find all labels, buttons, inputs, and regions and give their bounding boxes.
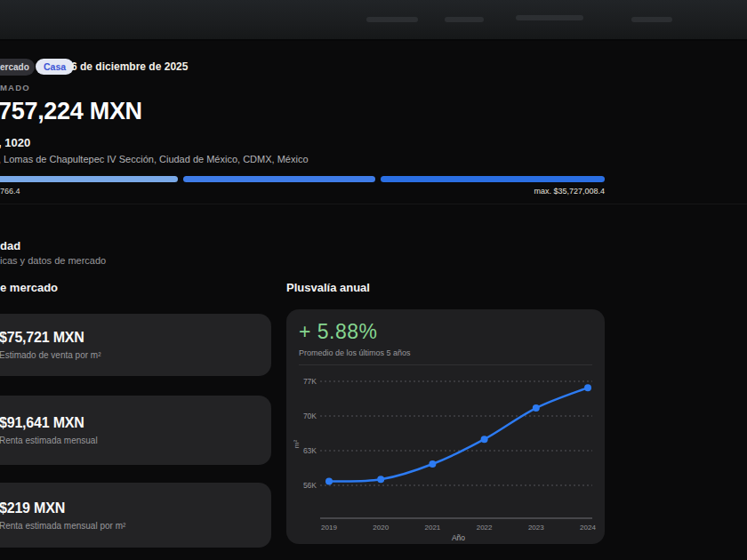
plusvalia-heading: Plusvalía anual	[286, 281, 370, 294]
market-value-chip[interactable]: ercado	[0, 59, 35, 76]
nav-link-placeholder-2[interactable]	[445, 17, 484, 22]
stat-value: $219 MXN	[0, 500, 271, 516]
nav-link-placeholder-3[interactable]	[516, 15, 583, 20]
valuation-date: 6 de diciembre de 2025	[71, 60, 188, 73]
svg-text:2020: 2020	[373, 524, 389, 532]
range-max-label: max. $35,727,008.4	[534, 187, 605, 196]
range-min-label: 766.4	[0, 187, 20, 196]
plusvalia-subtitle: Promedio de los últimos 5 años	[299, 348, 411, 357]
top-navigation-bar	[0, 0, 747, 41]
stat-label: Renta estimada mensual por m²	[0, 521, 271, 531]
market-values-heading: e mercado	[0, 281, 58, 294]
price-range-bar	[0, 176, 605, 182]
app-window: ercado Casa 6 de diciembre de 2025 MADO …	[0, 0, 747, 560]
range-segment-high	[381, 176, 605, 182]
section-divider	[0, 204, 747, 204]
nav-link-placeholder-1[interactable]	[366, 17, 418, 22]
full-address: , Lomas de Chapultepec IV Sección, Ciuda…	[0, 154, 309, 164]
street-address: , 1020	[0, 136, 30, 149]
plusvalia-card: + 5.88% Promedio de los últimos 5 años 5…	[286, 309, 605, 544]
stat-card-monthly-rent: $91,641 MXN Renta estimada mensual	[0, 396, 271, 465]
plusvalia-percentage: + 5.88%	[299, 320, 378, 344]
stat-card-rent-per-m2: $219 MXN Renta estimada mensual por m²	[0, 483, 271, 548]
svg-text:Año: Año	[452, 533, 465, 542]
property-type-label: Casa	[44, 61, 66, 72]
estimated-price: 757,224 MXN	[0, 98, 142, 125]
stat-value: $75,721 MXN	[0, 330, 271, 346]
svg-text:m²: m²	[293, 440, 301, 449]
svg-text:63K: 63K	[303, 446, 317, 455]
svg-text:2022: 2022	[477, 524, 493, 532]
svg-text:56K: 56K	[303, 481, 317, 490]
svg-text:70K: 70K	[303, 412, 317, 420]
stat-label: Estimado de venta por m²	[0, 350, 271, 360]
market-chip-label: ercado	[0, 62, 29, 72]
card-divider	[299, 364, 592, 365]
range-segment-mid	[183, 176, 375, 182]
section-title: dad	[0, 239, 20, 252]
plusvalia-line-chart[interactable]: 56K63K70K77K201920202021202220232024Añom…	[292, 369, 599, 543]
svg-text:77K: 77K	[303, 377, 317, 386]
range-segment-low	[0, 176, 178, 182]
stat-value: $91,641 MXN	[0, 415, 271, 431]
stat-label: Renta estimada mensual	[0, 436, 271, 445]
nav-link-placeholder-4[interactable]	[631, 17, 672, 22]
stat-card-sale-per-m2: $75,721 MXN Estimado de venta por m²	[0, 314, 271, 376]
svg-text:2024: 2024	[580, 524, 596, 532]
estimate-eyebrow: MADO	[0, 83, 30, 92]
svg-text:2021: 2021	[425, 524, 441, 532]
property-type-chip[interactable]: Casa	[36, 59, 74, 75]
svg-text:2019: 2019	[321, 524, 337, 532]
section-subtitle: icas y datos de mercado	[0, 255, 106, 266]
svg-text:2023: 2023	[528, 524, 544, 532]
